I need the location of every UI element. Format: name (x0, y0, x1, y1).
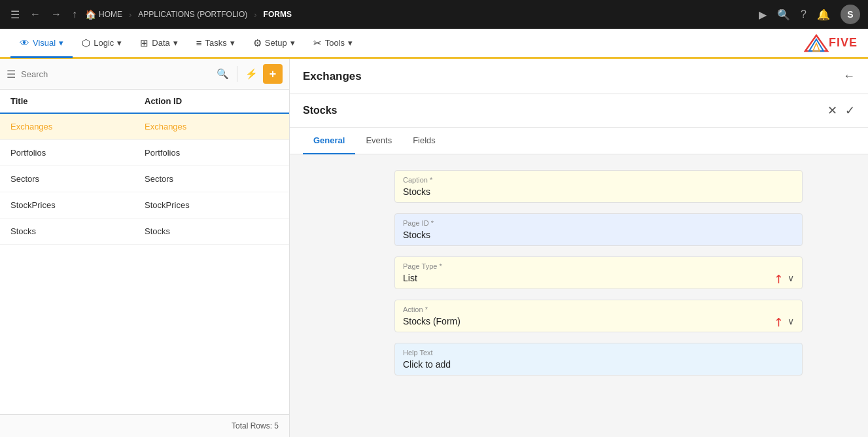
page-type-chevron-icon[interactable]: ∨ (788, 273, 794, 283)
toolbar-tasks[interactable]: ≡ Tasks ▾ (187, 30, 244, 58)
row-action-id: StockPrices (145, 200, 279, 210)
data-label: Data (152, 38, 169, 48)
form-header: Stocks ✕ ✓ (290, 94, 868, 128)
main-area: ☰ 🔍 ⚡ + Title Action ID Exchanges Exchan… (0, 59, 868, 437)
tab-events[interactable]: Events (355, 128, 402, 154)
top-nav-actions: ▶ 🔍 ? 🔔 S (759, 5, 860, 24)
page-type-field[interactable]: Page Type * List ∨ ↗ (394, 256, 803, 289)
caption-field[interactable]: Caption * Stocks (394, 170, 803, 203)
breadcrumb-forms[interactable]: FORMS (264, 10, 292, 19)
tab-general[interactable]: General (303, 128, 355, 154)
right-panel-header: Exchanges ← (290, 59, 868, 94)
table-row[interactable]: Portfolios Portfolios (0, 140, 289, 166)
form-tabs: General Events Fields (290, 128, 868, 154)
avatar[interactable]: S (841, 5, 860, 24)
five-text: FIVE (829, 36, 858, 50)
table-row[interactable]: StockPrices StockPrices (0, 192, 289, 218)
form-actions: ✕ ✓ (827, 103, 855, 118)
table-row[interactable]: Sectors Sectors (0, 166, 289, 192)
tasks-dropdown-icon: ▾ (230, 38, 235, 48)
lightning-icon[interactable]: ⚡ (245, 68, 258, 80)
right-panel: Exchanges ← Stocks ✕ ✓ General Events Fi… (290, 59, 868, 437)
close-button[interactable]: ✕ (827, 103, 837, 118)
tools-label: Tools (325, 38, 345, 48)
portfolio-label: APPLICATIONS (PORTFOLIO) (138, 10, 247, 19)
toolbar-logic[interactable]: ⬡ Logic ▾ (73, 30, 131, 58)
help-icon[interactable]: ? (801, 9, 807, 20)
row-title: Exchanges (10, 122, 145, 131)
back-icon[interactable]: ← (27, 6, 43, 23)
right-panel-back-icon[interactable]: ← (843, 69, 855, 83)
row-action-id: Stocks (145, 226, 279, 236)
tools-dropdown-icon: ▾ (348, 38, 353, 48)
search-bar: ☰ 🔍 ⚡ + (0, 59, 289, 90)
search-nav-icon[interactable]: 🔍 (777, 9, 790, 21)
row-action-id: Exchanges (145, 122, 279, 131)
row-action-id: Sectors (145, 174, 279, 184)
form-body: Caption * Stocks Page ID * Stocks Page T… (290, 154, 868, 391)
help-text-label: Help Text (403, 349, 794, 357)
setup-dropdown-icon: ▾ (290, 38, 295, 48)
setup-label: Setup (265, 38, 287, 48)
setup-icon: ⚙ (253, 37, 262, 49)
row-title: Stocks (10, 226, 145, 236)
form-title: Stocks (303, 105, 827, 116)
data-icon: ⊞ (140, 37, 148, 49)
up-icon[interactable]: ↑ (69, 6, 80, 23)
row-title: StockPrices (10, 200, 145, 210)
page-id-field[interactable]: Page ID * Stocks (394, 213, 803, 246)
visual-icon: 👁 (20, 37, 29, 48)
col-title: Title (10, 96, 145, 106)
top-nav: ☰ ← → ↑ 🏠 HOME › APPLICATIONS (PORTFOLIO… (0, 0, 868, 29)
tasks-label: Tasks (205, 38, 227, 48)
toolbar: 👁 Visual ▾ ⬡ Logic ▾ ⊞ Data ▾ ≡ Tasks ▾ … (0, 29, 868, 59)
col-action-id: Action ID (145, 96, 279, 106)
data-dropdown-icon: ▾ (173, 38, 178, 48)
visual-label: Visual (33, 38, 56, 48)
page-type-dropdown[interactable]: List ∨ (403, 273, 794, 283)
svg-marker-2 (813, 43, 820, 51)
table-row[interactable]: Exchanges Exchanges (0, 114, 289, 140)
confirm-button[interactable]: ✓ (845, 103, 855, 118)
toolbar-tools[interactable]: ✂ Tools ▾ (304, 30, 362, 58)
caption-value: Stocks (403, 186, 794, 197)
logic-dropdown-icon: ▾ (117, 38, 122, 48)
logic-icon: ⬡ (82, 37, 90, 49)
table-row[interactable]: Stocks Stocks (0, 218, 289, 245)
breadcrumb-portfolio[interactable]: APPLICATIONS (PORTFOLIO) (138, 10, 247, 19)
forward-icon[interactable]: → (48, 6, 64, 23)
tools-icon: ✂ (313, 37, 322, 49)
action-label: Action * (403, 306, 794, 313)
form-container: Stocks ✕ ✓ General Events Fields Caption… (290, 94, 868, 437)
help-text-value: Click to add (403, 359, 794, 370)
add-button[interactable]: + (263, 64, 283, 84)
row-title: Sectors (10, 174, 145, 184)
total-rows-label: Total Rows: 5 (232, 421, 279, 430)
page-id-label: Page ID * (403, 219, 794, 227)
forms-label: FORMS (264, 10, 292, 19)
breadcrumb-home[interactable]: 🏠 HOME (85, 9, 122, 20)
home-label: HOME (99, 10, 122, 19)
menu-icon[interactable]: ☰ (8, 6, 22, 24)
action-chevron-icon[interactable]: ∨ (788, 316, 794, 326)
toolbar-data[interactable]: ⊞ Data ▾ (131, 30, 186, 58)
action-field[interactable]: Action * Stocks (Form) ∨ ↗ (394, 300, 803, 332)
action-dropdown[interactable]: Stocks (Form) ∨ (403, 316, 794, 326)
search-icon[interactable]: 🔍 (217, 68, 229, 80)
panel-menu-icon[interactable]: ☰ (7, 68, 16, 80)
right-panel-title: Exchanges (303, 70, 843, 83)
play-icon[interactable]: ▶ (759, 9, 767, 21)
help-text-field[interactable]: Help Text Click to add (394, 343, 803, 376)
page-type-value: List (403, 273, 417, 283)
row-action-id: Portfolios (145, 148, 279, 158)
toolbar-visual[interactable]: 👁 Visual ▾ (10, 30, 73, 58)
row-title: Portfolios (10, 148, 145, 158)
five-logo-svg (804, 34, 829, 52)
bell-icon[interactable]: 🔔 (817, 9, 830, 21)
search-input[interactable] (21, 69, 211, 79)
logic-label: Logic (94, 38, 114, 48)
toolbar-setup[interactable]: ⚙ Setup ▾ (244, 30, 304, 58)
tab-fields[interactable]: Fields (402, 128, 446, 154)
page-type-label: Page Type * (403, 262, 794, 270)
left-panel: ☰ 🔍 ⚡ + Title Action ID Exchanges Exchan… (0, 59, 290, 437)
